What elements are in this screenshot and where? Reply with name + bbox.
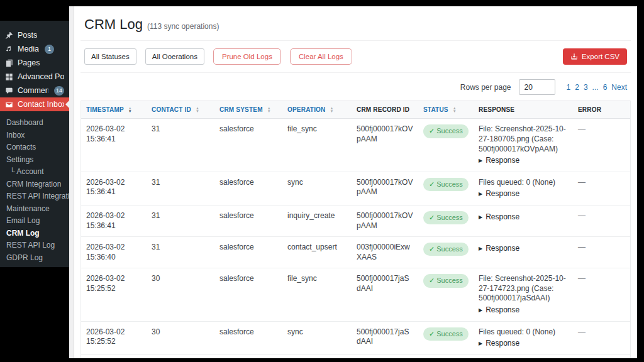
cell-response: File: Screenshot-2025-10-27-174723.png (… xyxy=(474,268,573,321)
response-expander[interactable]: ▶Response xyxy=(479,244,568,254)
sidebar-item-pages[interactable]: Pages xyxy=(0,56,69,70)
status-badge: ✓Success xyxy=(423,274,469,287)
submenu-item-inbox[interactable]: Inbox xyxy=(0,129,69,141)
submenu-item-email-log[interactable]: Email Log xyxy=(0,214,69,227)
status-filter-select[interactable]: All Statuses xyxy=(84,48,136,65)
cell-error: — xyxy=(573,321,630,354)
cell-status: ✓Success xyxy=(418,205,474,236)
clear-all-logs-button[interactable]: Clear All Logs xyxy=(290,48,352,65)
download-icon xyxy=(570,53,578,60)
response-expander-label: Response xyxy=(486,339,519,348)
response-expander[interactable]: ▶Response xyxy=(479,339,568,349)
pagination-next-link[interactable]: Next xyxy=(611,83,627,92)
table-header-row: TIMESTAMP ▲▼CONTACT ID ▲▼CRM SYSTEM ▲▼OP… xyxy=(81,101,630,119)
response-summary: File: Screenshot-2025-10-27-180705.png (… xyxy=(479,124,568,154)
operation-filter-select[interactable]: All Ooerations xyxy=(145,48,204,65)
submenu-item-dashboard[interactable]: Dashboard xyxy=(0,116,69,129)
pagination-page-6[interactable]: 6 xyxy=(603,83,608,92)
sidebar-item-label: Comments xyxy=(18,86,48,95)
cell-contact-id: 30 xyxy=(147,268,214,321)
export-csv-button[interactable]: Export CSV xyxy=(563,48,627,65)
check-icon: ✓ xyxy=(429,330,435,337)
check-icon: ✓ xyxy=(429,214,435,221)
submenu-item-maintenance[interactable]: Maintenance xyxy=(0,202,69,215)
cell-crm-system: salesforce xyxy=(214,268,282,321)
sidebar-submenu: DashboardInboxContactsSettings└ AccountC… xyxy=(0,111,69,270)
pages-icon xyxy=(5,59,13,67)
column-header-contact-id[interactable]: CONTACT ID ▲▼ xyxy=(147,101,214,119)
pin-icon xyxy=(5,31,13,40)
rows-per-page-input[interactable] xyxy=(519,79,555,95)
column-header-crm-record-id: CRM RECORD ID xyxy=(352,101,418,119)
sort-icon: ▲▼ xyxy=(128,107,132,113)
cell-status: ✓Success xyxy=(418,172,474,205)
pagination-page-3[interactable]: 3 xyxy=(584,83,588,92)
submenu-item-rest-api-log[interactable]: REST API Log xyxy=(0,239,69,251)
cell-contact-id: 30 xyxy=(147,354,214,358)
pagination-page-2[interactable]: 2 xyxy=(575,83,579,92)
cell-crm-system: salesforce xyxy=(214,354,282,358)
cell-status: ✓Success xyxy=(418,119,474,172)
sidebar-item-comments[interactable]: Comments14 xyxy=(0,84,69,97)
column-header-error: ERROR xyxy=(573,101,630,119)
submenu-item-crm-log[interactable]: CRM Log xyxy=(0,227,69,239)
sort-icon: ▲▼ xyxy=(196,107,199,113)
sort-icon: ▲▼ xyxy=(267,107,271,113)
cell-crm-system: salesforce xyxy=(214,321,282,354)
cell-crm-record-id: 003fj00000iExwXAAS xyxy=(352,237,418,268)
cell-crm-system: salesforce xyxy=(214,119,282,172)
sidebar-item-media[interactable]: Media1 xyxy=(0,42,69,56)
response-expander[interactable]: ▶Response xyxy=(479,212,568,222)
pagination-page-1[interactable]: 1 xyxy=(567,83,571,92)
table-row: 2026-03-02 15:36:4131salesforcesync500fj… xyxy=(81,172,630,205)
response-expander[interactable]: ▶Response xyxy=(479,305,568,315)
table-row: 2026-03-02 15:36:4131salesforceinquiry_c… xyxy=(81,205,630,236)
sidebar-item-posts[interactable]: Posts xyxy=(0,28,69,42)
submenu-item-rest-api-integration[interactable]: REST API Integration xyxy=(0,190,69,202)
response-expander[interactable]: ▶Response xyxy=(479,189,568,199)
response-expander-label: Response xyxy=(486,244,519,253)
cell-error: — xyxy=(573,237,630,268)
response-expander[interactable]: ▶Response xyxy=(479,156,568,166)
submenu-item-settings[interactable]: Settings xyxy=(0,153,69,166)
sidebar-item-label: Pages xyxy=(18,58,40,67)
triangle-right-icon: ▶ xyxy=(479,246,482,252)
column-header-operation[interactable]: OPERATION ▲▼ xyxy=(282,101,352,119)
cell-error: — xyxy=(573,354,630,358)
table-row: 2026-03-02 15:36:4131salesforcefile_sync… xyxy=(81,119,630,172)
column-header-crm-system[interactable]: CRM SYSTEM ▲▼ xyxy=(214,101,282,119)
sort-icon: ▲▼ xyxy=(453,107,457,113)
sidebar-item-contact-inbox-pro[interactable]: Contact Inbox Pro xyxy=(0,97,69,111)
crm-log-table: TIMESTAMP ▲▼CONTACT ID ▲▼CRM SYSTEM ▲▼OP… xyxy=(81,101,630,358)
submenu-item-crm-integration[interactable]: CRM Integration xyxy=(0,178,69,190)
column-header-status[interactable]: STATUS ▲▼ xyxy=(418,101,474,119)
sidebar-item-advanced-post[interactable]: Advanced Post xyxy=(0,70,69,84)
status-badge: ✓Success xyxy=(423,211,469,224)
grid-icon xyxy=(5,73,13,81)
status-badge: ✓Success xyxy=(423,327,469,341)
cell-crm-record-id: 500fj000017jaSdAAI xyxy=(352,354,418,358)
submenu-item-gdpr-log[interactable]: GDPR Log xyxy=(0,251,69,264)
cell-timestamp: 2026-03-02 15:36:41 xyxy=(81,205,147,236)
cell-operation: sync xyxy=(282,321,352,354)
submenu-item-account[interactable]: └ Account xyxy=(0,165,69,178)
cell-response: Files queued: 0 (None)▶Response xyxy=(474,172,573,205)
status-badge: ✓Success xyxy=(423,243,469,256)
cell-operation: file_sync xyxy=(282,268,352,321)
sidebar-item-label: Posts xyxy=(18,31,37,40)
prune-old-logs-button[interactable]: Prune Old Logs xyxy=(213,48,281,65)
submenu-item-contacts[interactable]: Contacts xyxy=(0,141,69,153)
check-icon: ✓ xyxy=(429,180,435,188)
crm-log-table-wrap: TIMESTAMP ▲▼CONTACT ID ▲▼CRM SYSTEM ▲▼OP… xyxy=(80,101,631,358)
cell-contact-id: 31 xyxy=(147,205,214,236)
response-expander-label: Response xyxy=(486,189,519,198)
export-csv-label: Export CSV xyxy=(582,53,619,60)
sidebar-item-label: Contact Inbox Pro xyxy=(18,100,64,109)
page-subtitle: (113 sync operations) xyxy=(147,22,219,31)
cell-crm-record-id: 500fj000017kOVpAAM xyxy=(352,205,418,236)
column-header-timestamp[interactable]: TIMESTAMP ▲▼ xyxy=(81,101,147,119)
page-header: CRM Log (113 sync operations) xyxy=(80,13,631,41)
check-icon: ✓ xyxy=(429,245,435,253)
sidebar-item-label: Advanced Post xyxy=(18,72,64,81)
table-row: 2026-03-02 15:25:5230salesforcefile_sync… xyxy=(81,268,630,321)
